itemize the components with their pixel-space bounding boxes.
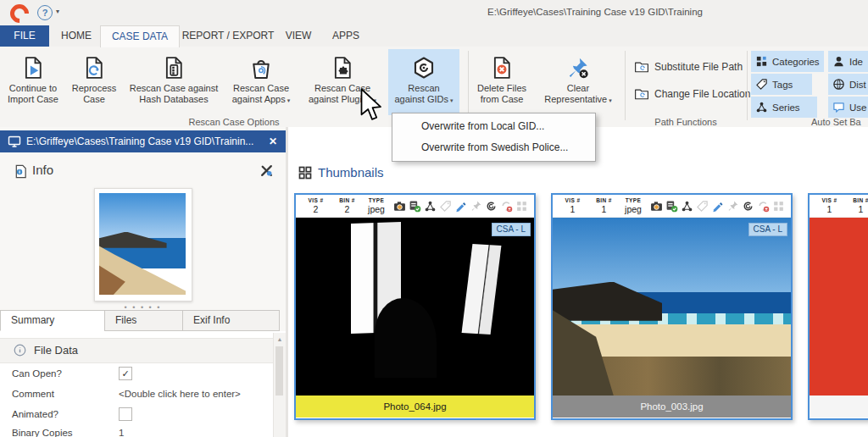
info-panel-title: Info	[32, 163, 53, 177]
thumbnail-card[interactable]: VIS #1 BIN #1 TYPEjpeg	[808, 193, 868, 420]
dropdown-caret-icon: ▾	[609, 97, 612, 103]
thumbnail-stats-bar: VIS #1 BIN #1 TYPEjpeg	[810, 195, 868, 218]
button-label: Representative▾	[534, 94, 622, 106]
series-icon[interactable]	[681, 200, 693, 213]
clear-representative-button[interactable]: Clear Representative▾	[534, 49, 622, 115]
rescan-hash-databases-button[interactable]: Rescan Case against Hash Databases	[125, 49, 222, 115]
auto-set-tags-button[interactable]: Tags	[751, 74, 812, 95]
close-icon[interactable]: ✕	[269, 136, 277, 147]
camera-icon[interactable]	[650, 200, 663, 213]
series-icon[interactable]	[424, 200, 437, 213]
menu-item-overwrite-local-gid[interactable]: Overwrite from Local GID...	[392, 116, 595, 137]
vis-count-value: 1	[814, 205, 845, 214]
pin-icon-disabled[interactable]	[470, 200, 482, 213]
file-data-section-header[interactable]: File Data	[0, 338, 273, 363]
title-bar: ? ▾ E:\Griffeye\Cases\Training Case v19 …	[0, 0, 868, 25]
folder-move-icon	[634, 86, 649, 102]
button-label: Delete Files	[472, 83, 531, 94]
group-label-path-functions: Path Functions	[625, 117, 747, 127]
thumbnail-image[interactable]	[810, 218, 868, 396]
app-window: ? ▾ E:\Griffeye\Cases\Training Case v19 …	[0, 0, 868, 437]
tag-icon	[755, 78, 768, 91]
info-circle-icon	[14, 344, 26, 357]
tab-home[interactable]: HOME	[53, 25, 100, 47]
tab-case-data[interactable]: CASE DATA	[100, 25, 180, 47]
annotation-pen-icon[interactable]	[711, 200, 724, 213]
bin-count-label: BIN #	[588, 198, 620, 204]
person-icon	[832, 55, 845, 68]
database-check-icon[interactable]	[409, 200, 421, 213]
tab-view[interactable]: VIEW	[278, 25, 319, 47]
tab-files[interactable]: Files	[104, 310, 183, 331]
griffeye-logo-icon	[6, 0, 32, 26]
database-check-icon[interactable]	[665, 200, 678, 213]
help-caret-icon[interactable]: ▾	[56, 8, 59, 15]
tab-summary[interactable]: Summary	[0, 310, 105, 331]
button-label: Substitute File Path	[654, 61, 743, 73]
change-file-location-button[interactable]: Change File Location	[634, 84, 750, 104]
auto-set-series-button[interactable]: Series	[751, 97, 817, 118]
button-label: Use	[849, 102, 866, 113]
sync-error-icon[interactable]	[757, 200, 770, 213]
field-label-binary-copies: Binary Copies	[12, 428, 73, 437]
stack-grid-icon-disabled[interactable]	[772, 200, 785, 213]
auto-set-identified-button[interactable]: Ide	[828, 51, 868, 72]
thumbnail-card[interactable]: VIS #2 BIN #2 TYPEjpeg	[294, 193, 536, 420]
rescan-against-apps-button[interactable]: Rescan Case against Apps▾	[224, 49, 298, 115]
comment-value[interactable]: <Double click here to enter>	[119, 389, 241, 399]
pin-icon-disabled[interactable]	[726, 200, 739, 213]
vis-count-label: VIS #	[814, 198, 845, 204]
help-button[interactable]: ?	[37, 5, 53, 20]
auto-set-categories-button[interactable]: Categories	[751, 51, 824, 72]
dropdown-caret-icon: ▾	[450, 97, 453, 103]
binary-copies-value: 1	[119, 428, 124, 437]
reprocess-case-button[interactable]: Reprocess Case	[64, 49, 124, 115]
thumbnail-image-photo-003[interactable]: CSA - L	[553, 218, 791, 396]
scrollbar-thumb[interactable]	[275, 346, 283, 396]
series-icon	[755, 101, 768, 113]
summary-content: File Data Can Open? ✓ Comment <Double cl…	[0, 331, 286, 437]
pushpin-clear-icon	[534, 49, 622, 83]
field-label-comment: Comment	[12, 389, 54, 399]
button-label: Case	[64, 94, 124, 105]
thumbnail-image-photo-064[interactable]: CSA - L	[296, 218, 534, 396]
tag-icon-disabled[interactable]	[696, 200, 709, 213]
button-label: Rescan Case	[224, 83, 298, 94]
sync-error-icon[interactable]	[500, 200, 513, 213]
tag-icon-disabled[interactable]	[439, 200, 452, 213]
thumbnail-card[interactable]: VIS #1 BIN #1 TYPEjpeg	[551, 193, 793, 420]
button-label: Continue to	[3, 83, 63, 94]
menu-item-overwrite-swedish-police[interactable]: Overwrite from Swedish Police...	[392, 137, 595, 158]
tab-exif-info[interactable]: Exif Info	[182, 310, 280, 331]
camera-icon[interactable]	[393, 200, 406, 213]
button-label: against Apps▾	[224, 94, 298, 106]
continue-import-case-button[interactable]: Continue to Import Case	[3, 49, 63, 115]
substitute-file-path-button[interactable]: Substitute File Path	[634, 57, 743, 77]
group-separator	[625, 51, 626, 120]
thumbnail-filename	[810, 396, 868, 418]
bag-fingerprint-icon	[224, 49, 298, 83]
can-open-checkbox[interactable]: ✓	[119, 367, 132, 380]
stack-grid-icon-disabled[interactable]	[515, 200, 528, 213]
case-document-tab[interactable]: E:\Griffeye\Cases\Training Case v19 GID\…	[0, 130, 286, 152]
gid-spiral-icon[interactable]	[742, 200, 754, 213]
gid-spiral-icon[interactable]	[485, 200, 498, 213]
tab-file[interactable]: FILE	[0, 25, 49, 47]
panel-scrollbar[interactable]: ▲	[273, 333, 286, 437]
button-label: Series	[772, 102, 800, 113]
auto-set-distributed-button[interactable]: Dist	[828, 74, 868, 95]
tools-wrench-icon[interactable]	[259, 163, 274, 178]
annotation-pen-icon[interactable]	[454, 200, 467, 213]
tab-apps[interactable]: APPS	[326, 25, 366, 47]
button-label: Dist	[849, 80, 866, 90]
rescan-against-gids-button[interactable]: Rescan against GIDs▾	[388, 49, 459, 115]
scroll-up-icon[interactable]: ▲	[274, 333, 286, 342]
animated-checkbox[interactable]	[119, 407, 132, 421]
auto-set-user-button[interactable]: Use	[828, 97, 868, 118]
delete-files-from-case-button[interactable]: Delete Files from Case	[472, 49, 531, 115]
folder-swap-icon	[634, 59, 649, 75]
mouse-cursor	[359, 88, 385, 122]
tab-report-export[interactable]: REPORT / EXPORT	[181, 25, 275, 47]
thumbnails-panel: Thumbnails VIS #2 BIN #2 TYPEjpeg	[288, 127, 868, 437]
file-preview[interactable]	[94, 188, 192, 301]
